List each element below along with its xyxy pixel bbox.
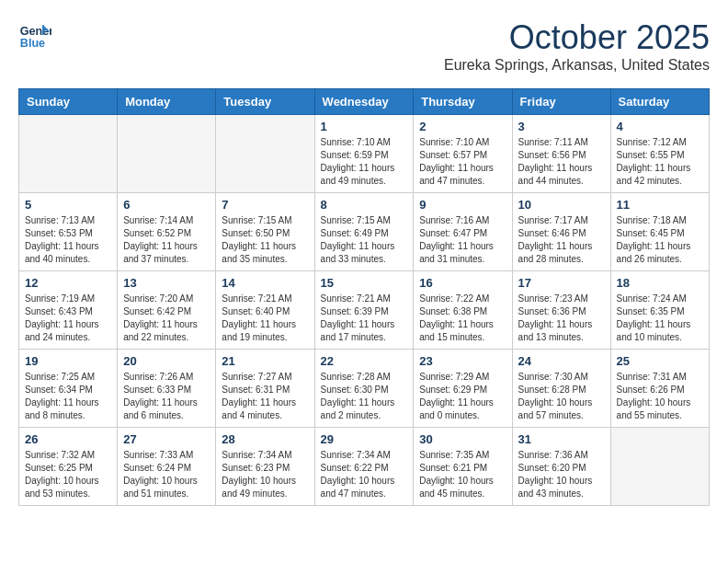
day-number: 15	[321, 276, 408, 290]
calendar-cell: 24Sunrise: 7:30 AMSunset: 6:28 PMDayligh…	[512, 350, 610, 428]
title-area: October 2025 Eureka Springs, Arkansas, U…	[444, 18, 710, 74]
weekday-header-thursday: Thursday	[414, 89, 512, 115]
calendar-cell: 30Sunrise: 7:35 AMSunset: 6:21 PMDayligh…	[414, 428, 512, 506]
day-info: Sunrise: 7:25 AMSunset: 6:34 PMDaylight:…	[25, 371, 111, 422]
calendar-cell: 29Sunrise: 7:34 AMSunset: 6:22 PMDayligh…	[314, 428, 414, 506]
weekday-header-friday: Friday	[512, 89, 610, 115]
weekday-header-tuesday: Tuesday	[216, 89, 314, 115]
location: Eureka Springs, Arkansas, United States	[444, 57, 710, 74]
day-number: 12	[25, 276, 111, 290]
calendar-cell: 26Sunrise: 7:32 AMSunset: 6:25 PMDayligh…	[19, 428, 118, 506]
day-info: Sunrise: 7:32 AMSunset: 6:25 PMDaylight:…	[25, 449, 111, 500]
day-info: Sunrise: 7:16 AMSunset: 6:47 PMDaylight:…	[419, 214, 506, 266]
calendar-cell	[19, 115, 118, 193]
calendar-cell: 13Sunrise: 7:20 AMSunset: 6:42 PMDayligh…	[118, 271, 216, 350]
calendar-cell: 6Sunrise: 7:14 AMSunset: 6:52 PMDaylight…	[118, 193, 216, 271]
week-row-2: 5Sunrise: 7:13 AMSunset: 6:53 PMDaylight…	[19, 193, 710, 271]
logo: General Blue	[18, 18, 51, 52]
week-row-4: 19Sunrise: 7:25 AMSunset: 6:34 PMDayligh…	[19, 350, 710, 428]
week-row-5: 26Sunrise: 7:32 AMSunset: 6:25 PMDayligh…	[19, 428, 710, 506]
day-number: 24	[518, 354, 605, 368]
calendar-cell: 14Sunrise: 7:21 AMSunset: 6:40 PMDayligh…	[216, 271, 314, 350]
day-number: 27	[123, 432, 210, 446]
day-info: Sunrise: 7:26 AMSunset: 6:33 PMDaylight:…	[123, 371, 210, 422]
calendar-table: SundayMondayTuesdayWednesdayThursdayFrid…	[18, 88, 710, 506]
calendar-cell	[216, 115, 314, 193]
day-info: Sunrise: 7:11 AMSunset: 6:56 PMDaylight:…	[518, 136, 605, 188]
calendar-cell: 9Sunrise: 7:16 AMSunset: 6:47 PMDaylight…	[414, 193, 512, 271]
calendar-cell: 7Sunrise: 7:15 AMSunset: 6:50 PMDaylight…	[216, 193, 314, 271]
day-info: Sunrise: 7:35 AMSunset: 6:21 PMDaylight:…	[419, 449, 506, 500]
logo-icon: General Blue	[18, 18, 51, 52]
day-number: 11	[617, 198, 703, 212]
day-info: Sunrise: 7:12 AMSunset: 6:55 PMDaylight:…	[617, 136, 703, 188]
day-number: 30	[419, 432, 506, 446]
calendar-cell: 16Sunrise: 7:22 AMSunset: 6:38 PMDayligh…	[414, 271, 512, 350]
day-number: 22	[321, 354, 408, 368]
day-number: 20	[123, 354, 210, 368]
day-number: 13	[123, 276, 210, 290]
calendar-cell: 31Sunrise: 7:36 AMSunset: 6:20 PMDayligh…	[512, 428, 610, 506]
calendar-cell: 8Sunrise: 7:15 AMSunset: 6:49 PMDaylight…	[314, 193, 414, 271]
weekday-header-monday: Monday	[118, 89, 216, 115]
weekday-header-saturday: Saturday	[610, 89, 709, 115]
day-number: 17	[518, 276, 605, 290]
day-number: 31	[518, 432, 605, 446]
day-info: Sunrise: 7:22 AMSunset: 6:38 PMDaylight:…	[419, 293, 506, 344]
day-number: 25	[617, 354, 703, 368]
day-info: Sunrise: 7:10 AMSunset: 6:59 PMDaylight:…	[321, 136, 408, 188]
day-number: 7	[222, 198, 308, 212]
day-number: 19	[25, 354, 111, 368]
svg-text:Blue: Blue	[20, 37, 45, 50]
day-info: Sunrise: 7:21 AMSunset: 6:40 PMDaylight:…	[222, 293, 308, 344]
day-number: 4	[617, 120, 703, 133]
day-number: 9	[419, 198, 506, 212]
day-info: Sunrise: 7:15 AMSunset: 6:50 PMDaylight:…	[222, 214, 308, 266]
day-info: Sunrise: 7:23 AMSunset: 6:36 PMDaylight:…	[518, 293, 605, 344]
calendar-cell	[610, 428, 709, 506]
calendar-cell: 23Sunrise: 7:29 AMSunset: 6:29 PMDayligh…	[414, 350, 512, 428]
weekday-header-wednesday: Wednesday	[314, 89, 414, 115]
day-number: 29	[321, 432, 408, 446]
day-info: Sunrise: 7:20 AMSunset: 6:42 PMDaylight:…	[123, 293, 210, 344]
day-number: 26	[25, 432, 111, 446]
day-number: 21	[222, 354, 308, 368]
day-info: Sunrise: 7:30 AMSunset: 6:28 PMDaylight:…	[518, 371, 605, 422]
calendar-cell: 27Sunrise: 7:33 AMSunset: 6:24 PMDayligh…	[118, 428, 216, 506]
calendar-cell	[118, 115, 216, 193]
calendar-cell: 19Sunrise: 7:25 AMSunset: 6:34 PMDayligh…	[19, 350, 118, 428]
day-info: Sunrise: 7:34 AMSunset: 6:23 PMDaylight:…	[222, 449, 308, 500]
calendar-cell: 12Sunrise: 7:19 AMSunset: 6:43 PMDayligh…	[19, 271, 118, 350]
day-number: 18	[617, 276, 703, 290]
calendar-cell: 11Sunrise: 7:18 AMSunset: 6:45 PMDayligh…	[610, 193, 709, 271]
calendar-cell: 22Sunrise: 7:28 AMSunset: 6:30 PMDayligh…	[314, 350, 414, 428]
day-number: 28	[222, 432, 308, 446]
calendar-cell: 18Sunrise: 7:24 AMSunset: 6:35 PMDayligh…	[610, 271, 709, 350]
day-info: Sunrise: 7:13 AMSunset: 6:53 PMDaylight:…	[25, 214, 111, 266]
day-info: Sunrise: 7:17 AMSunset: 6:46 PMDaylight:…	[518, 214, 605, 266]
day-number: 1	[321, 120, 408, 133]
day-info: Sunrise: 7:10 AMSunset: 6:57 PMDaylight:…	[419, 136, 506, 188]
day-info: Sunrise: 7:21 AMSunset: 6:39 PMDaylight:…	[321, 293, 408, 344]
day-info: Sunrise: 7:15 AMSunset: 6:49 PMDaylight:…	[321, 214, 408, 266]
day-number: 23	[419, 354, 506, 368]
calendar-cell: 5Sunrise: 7:13 AMSunset: 6:53 PMDaylight…	[19, 193, 118, 271]
calendar-cell: 25Sunrise: 7:31 AMSunset: 6:26 PMDayligh…	[610, 350, 709, 428]
month-title: October 2025	[444, 18, 710, 57]
day-number: 2	[419, 120, 506, 133]
calendar-cell: 21Sunrise: 7:27 AMSunset: 6:31 PMDayligh…	[216, 350, 314, 428]
day-info: Sunrise: 7:19 AMSunset: 6:43 PMDaylight:…	[25, 293, 111, 344]
day-number: 6	[123, 198, 210, 212]
weekday-header-sunday: Sunday	[19, 89, 118, 115]
day-number: 8	[321, 198, 408, 212]
calendar-cell: 3Sunrise: 7:11 AMSunset: 6:56 PMDaylight…	[512, 115, 610, 193]
calendar-cell: 28Sunrise: 7:34 AMSunset: 6:23 PMDayligh…	[216, 428, 314, 506]
week-row-3: 12Sunrise: 7:19 AMSunset: 6:43 PMDayligh…	[19, 271, 710, 350]
day-number: 14	[222, 276, 308, 290]
day-number: 5	[25, 198, 111, 212]
day-info: Sunrise: 7:27 AMSunset: 6:31 PMDaylight:…	[222, 371, 308, 422]
day-number: 3	[518, 120, 605, 133]
day-info: Sunrise: 7:31 AMSunset: 6:26 PMDaylight:…	[617, 371, 703, 422]
calendar-cell: 15Sunrise: 7:21 AMSunset: 6:39 PMDayligh…	[314, 271, 414, 350]
calendar-cell: 20Sunrise: 7:26 AMSunset: 6:33 PMDayligh…	[118, 350, 216, 428]
